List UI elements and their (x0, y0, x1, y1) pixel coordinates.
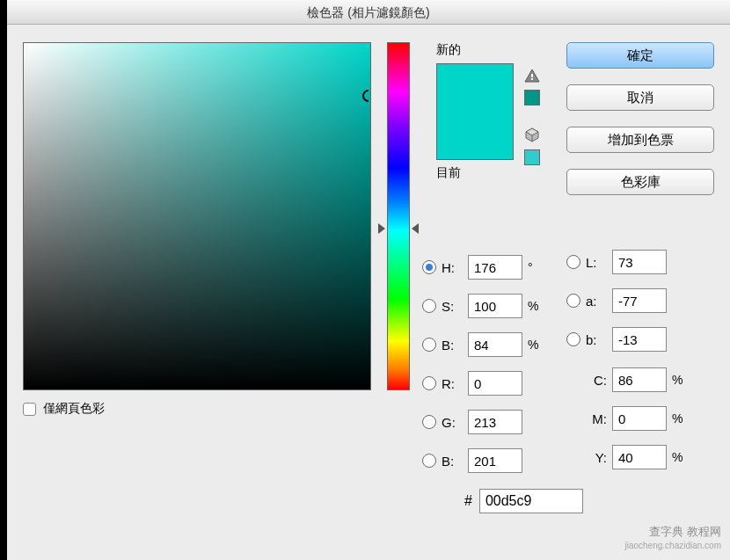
y-unit: % (672, 450, 688, 464)
hue-cursor-left (378, 223, 385, 234)
g-label: G: (442, 415, 463, 430)
cancel-button[interactable]: 取消 (566, 84, 714, 111)
a-input[interactable] (612, 288, 667, 313)
l-radio[interactable] (566, 255, 580, 269)
hsb-rgb-fields: H: ° S: % B: % R: (422, 248, 554, 513)
g-radio[interactable] (422, 415, 436, 429)
websafe-warning-swatch[interactable] (524, 149, 540, 165)
gamut-warning-swatch[interactable] (524, 90, 540, 105)
hex-hash: # (464, 493, 472, 509)
rgbb-input[interactable] (468, 448, 522, 473)
h-radio[interactable] (422, 260, 436, 274)
l-input[interactable] (612, 250, 667, 274)
a-radio[interactable] (566, 294, 580, 308)
l-label: L: (586, 255, 607, 270)
add-to-swatches-button[interactable]: 增加到色票 (566, 127, 714, 153)
current-color-label: 目前 (436, 165, 514, 181)
color-gradient (24, 43, 370, 389)
y-label: Y: (586, 450, 607, 465)
gamut-warning-icon[interactable] (524, 69, 540, 83)
websafe-label: 僅網頁色彩 (43, 401, 105, 417)
color-swatch-block: 新的 目前 (422, 42, 554, 186)
hex-row: # (464, 489, 554, 513)
left-column: 僅網頁色彩 (23, 42, 371, 513)
a-label: a: (586, 294, 607, 309)
r-input[interactable] (468, 371, 522, 396)
window-titlebar: 檢色器 (相片濾鏡顏色) (7, 0, 730, 25)
websafe-warning-icon[interactable] (524, 127, 540, 142)
b-input[interactable] (468, 332, 522, 357)
hue-cursor-right (412, 223, 419, 234)
c-row: C: % (566, 360, 714, 399)
l-row: L: (566, 243, 714, 281)
m-unit: % (672, 411, 688, 425)
s-row: S: % (422, 287, 554, 325)
a-row: a: (566, 281, 714, 320)
swatch-main: 新的 目前 (436, 42, 514, 186)
labb-label: b: (586, 332, 607, 347)
watermark-main: 查字典 教程网 (624, 525, 721, 540)
color-swatch[interactable] (436, 63, 514, 160)
color-libraries-button[interactable]: 色彩庫 (566, 169, 714, 195)
b-label: B: (442, 338, 463, 353)
window-title: 檢色器 (相片濾鏡顏色) (307, 5, 429, 19)
new-color-label: 新的 (436, 42, 514, 58)
warning-column (524, 42, 540, 186)
websafe-row: 僅網頁色彩 (23, 401, 371, 417)
swatch-row: 新的 目前 (436, 42, 540, 186)
g-row: G: (422, 403, 554, 441)
c-input[interactable] (612, 367, 667, 392)
m-input[interactable] (612, 406, 667, 431)
r-row: R: (422, 364, 554, 403)
b-unit: % (528, 338, 544, 352)
saturation-brightness-field[interactable] (23, 42, 371, 390)
hue-slider[interactable] (387, 42, 410, 390)
h-input[interactable] (468, 255, 522, 280)
lab-fields: L: a: b: (566, 243, 714, 359)
h-row: H: ° (422, 248, 554, 287)
y-row: Y: % (566, 438, 714, 476)
hue-column (382, 42, 415, 513)
c-label: C: (586, 373, 607, 388)
svg-rect-0 (531, 74, 533, 77)
websafe-checkbox[interactable] (23, 403, 36, 416)
r-label: R: (442, 376, 463, 391)
rgbb-radio[interactable] (422, 454, 436, 468)
s-unit: % (528, 299, 544, 313)
right-column: 確定 取消 增加到色票 色彩庫 L: a: (566, 42, 714, 513)
m-row: M: % (566, 399, 714, 438)
labb-row: b: (566, 320, 714, 359)
rgbb-row: B: (422, 441, 554, 480)
g-input[interactable] (468, 410, 522, 434)
watermark: 查字典 教程网 jiaocheng.chazidian.com (624, 525, 721, 551)
m-label: M: (586, 411, 607, 426)
cmyk-fields: C: % M: % Y: % (566, 360, 714, 476)
r-radio[interactable] (422, 376, 436, 390)
middle-column: 新的 目前 H: ° (422, 42, 554, 513)
s-label: S: (442, 299, 463, 314)
s-input[interactable] (468, 294, 522, 318)
c-unit: % (672, 373, 688, 387)
watermark-sub: jiaocheng.chazidian.com (624, 540, 721, 551)
y-input[interactable] (612, 445, 667, 469)
s-radio[interactable] (422, 299, 436, 313)
color-picker-window: 檢色器 (相片濾鏡顏色) 僅網頁色彩 新的 (7, 0, 730, 560)
labb-input[interactable] (612, 327, 667, 352)
labb-radio[interactable] (566, 332, 580, 346)
b-radio[interactable] (422, 338, 436, 352)
h-unit: ° (528, 260, 544, 274)
svg-rect-1 (531, 78, 533, 80)
ok-button[interactable]: 確定 (566, 42, 714, 69)
rgbb-label: B: (442, 454, 463, 469)
content-area: 僅網頁色彩 新的 目前 (7, 25, 730, 529)
b-row: B: % (422, 325, 554, 364)
h-label: H: (442, 260, 463, 275)
